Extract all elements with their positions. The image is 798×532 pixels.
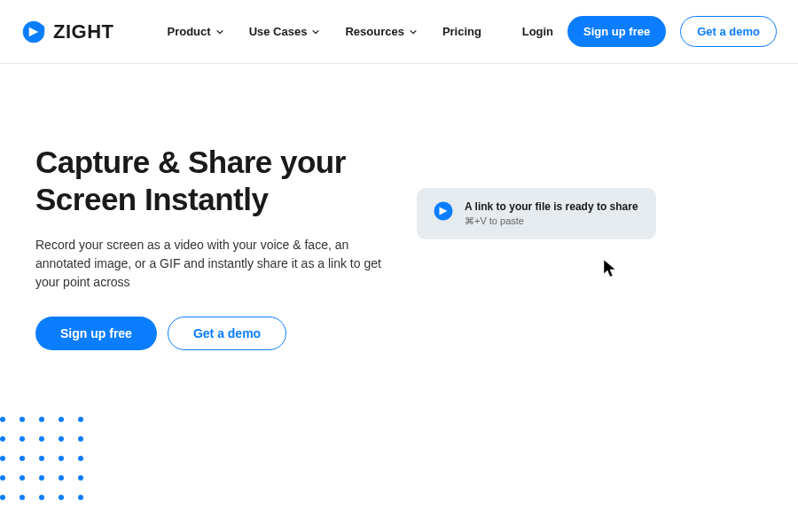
brand-name: ZIGHT (53, 20, 114, 43)
hero-content: Capture & Share your Screen Instantly Re… (35, 144, 399, 350)
zight-logo-icon (21, 20, 46, 44)
notification-subtitle: ⌘+V to paste (465, 215, 640, 227)
hero-signup-button[interactable]: Sign up free (35, 317, 157, 350)
hero-cta-group: Sign up free Get a demo (35, 317, 399, 350)
notification-title: A link to your file is ready to share (465, 200, 640, 213)
site-header: ZIGHT Product Use Cases Resources Pricin… (0, 0, 798, 64)
signup-button[interactable]: Sign up free (567, 16, 666, 47)
logo[interactable]: ZIGHT (21, 20, 114, 44)
hero-title: Capture & Share your Screen Instantly (35, 144, 399, 218)
nav-label: Use Cases (249, 25, 308, 38)
nav-resources[interactable]: Resources (345, 25, 417, 38)
cursor-icon (603, 259, 619, 278)
hero-description: Record your screen as a video with your … (35, 236, 399, 292)
nav-label: Pricing (442, 25, 481, 38)
notification-text: A link to your file is ready to share ⌘+… (465, 200, 640, 227)
nav-product[interactable]: Product (168, 25, 224, 38)
hero-section: Capture & Share your Screen Instantly Re… (0, 64, 798, 350)
nav-pricing[interactable]: Pricing (442, 25, 481, 38)
login-link[interactable]: Login (522, 25, 553, 38)
notification-card: A link to your file is ready to share ⌘+… (417, 188, 656, 239)
chevron-down-icon (311, 27, 320, 36)
main-nav: Product Use Cases Resources Pricing (168, 25, 481, 38)
nav-label: Resources (345, 25, 403, 38)
hero-demo-button[interactable]: Get a demo (168, 317, 286, 350)
chevron-down-icon (409, 27, 418, 36)
demo-button[interactable]: Get a demo (680, 16, 777, 47)
hero-visual: A link to your file is ready to share ⌘+… (399, 144, 763, 350)
header-actions: Login Sign up free Get a demo (522, 16, 777, 47)
nav-label: Product (168, 25, 211, 38)
chevron-down-icon (215, 27, 224, 36)
decorative-dots (0, 417, 98, 514)
nav-use-cases[interactable]: Use Cases (249, 25, 321, 38)
zight-logo-icon (433, 200, 454, 222)
